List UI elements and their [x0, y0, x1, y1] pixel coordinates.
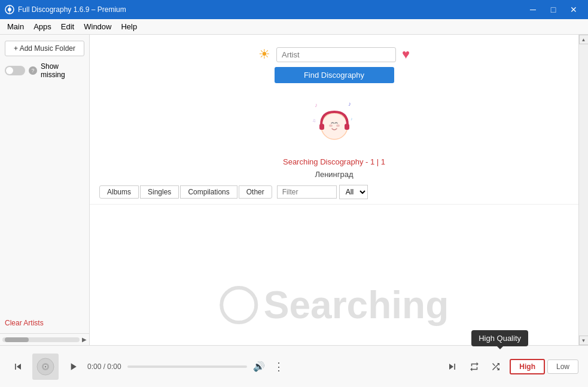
find-discography-button[interactable]: Find Discography	[275, 67, 394, 83]
toggle-knob	[6, 67, 13, 74]
player-bar: 0:00 / 0:00 🔊 ⋮ High Low High Quality	[0, 345, 588, 387]
more-options-button[interactable]: ⋮	[271, 358, 287, 376]
content-scroll: Searching	[90, 205, 578, 345]
player-prev-button[interactable]	[10, 358, 26, 375]
menu-help[interactable]: Help	[116, 20, 142, 33]
sun-icon: ☀	[258, 47, 270, 62]
volume-icon[interactable]: 🔊	[253, 361, 265, 372]
close-button[interactable]: ✕	[564, 2, 583, 17]
svg-point-9	[336, 124, 340, 127]
album-art	[32, 354, 59, 380]
app-title: Full Discography 1.6.9 – Premium	[18, 5, 126, 14]
svg-point-5	[321, 113, 348, 139]
clear-artists-button[interactable]: Clear Artists	[0, 313, 89, 333]
disc-icon	[36, 357, 55, 376]
menu-bar: Main Apps Edit Window Help	[0, 19, 588, 35]
content-area: ☀ ♥ Find Discography ♪ ♪	[90, 35, 578, 345]
search-icons-row: ☀ ♥	[258, 47, 410, 62]
scroll-down-arrow[interactable]: ▼	[579, 336, 589, 345]
tab-other[interactable]: Other	[239, 185, 272, 199]
svg-text:♪: ♪	[315, 102, 318, 108]
quality-high-button[interactable]: High	[510, 359, 545, 374]
artist-name-display: Ленинград	[90, 169, 578, 180]
quality-buttons: High Low	[510, 359, 578, 374]
menu-main[interactable]: Main	[2, 20, 29, 33]
menu-window[interactable]: Window	[79, 20, 116, 33]
tab-albums[interactable]: Albums	[99, 185, 139, 199]
svg-text:♫: ♫	[312, 118, 316, 123]
progress-bar[interactable]	[127, 365, 247, 368]
scroll-up-arrow[interactable]: ▲	[579, 35, 589, 44]
searching-large-text: Searching	[220, 283, 449, 327]
search-form: ☀ ♥ Find Discography	[90, 35, 578, 89]
filter-select[interactable]: All	[339, 185, 368, 199]
search-circle-icon	[220, 286, 258, 324]
add-music-folder-button[interactable]: + Add Music Folder	[5, 41, 84, 56]
sidebar-scroll-right-arrow[interactable]: ▶	[82, 336, 87, 343]
player-next-button[interactable]	[444, 358, 461, 375]
svg-text:♪: ♪	[351, 117, 353, 121]
svg-rect-7	[345, 124, 349, 130]
tab-compilations[interactable]: Compilations	[180, 185, 237, 199]
svg-rect-6	[319, 124, 324, 130]
show-missing-toggle[interactable]	[5, 66, 25, 75]
artist-input[interactable]	[276, 47, 396, 62]
sidebar: + Add Music Folder ? Show missing Clear …	[0, 35, 90, 345]
menu-edit[interactable]: Edit	[56, 20, 79, 33]
sidebar-scroll-track[interactable]	[2, 337, 80, 342]
quality-low-button[interactable]: Low	[547, 359, 578, 374]
heart-icon: ♥	[402, 47, 410, 62]
player-loop-button[interactable]	[467, 359, 482, 374]
main-layout: + Add Music Folder ? Show missing Clear …	[0, 35, 588, 345]
show-missing-label: Show missing	[41, 62, 84, 79]
title-bar: Full Discography 1.6.9 – Premium ─ □ ✕	[0, 0, 588, 19]
maximize-button[interactable]: □	[544, 2, 563, 17]
player-shuffle-button[interactable]	[488, 359, 504, 374]
searching-status: Searching Discography - 1 | 1	[90, 155, 578, 169]
scroll-track[interactable]	[579, 44, 588, 336]
player-time: 0:00 / 0:00	[87, 362, 121, 371]
menu-apps[interactable]: Apps	[29, 20, 56, 33]
tab-bar: Albums Singles Compilations Other All	[90, 180, 578, 205]
svg-text:♪: ♪	[348, 100, 351, 107]
tab-singles[interactable]: Singles	[140, 185, 179, 199]
mascot-image: ♪ ♪ ♫	[307, 95, 361, 149]
mascot-area: ♪ ♪ ♫	[90, 89, 578, 155]
help-icon[interactable]: ?	[29, 66, 37, 75]
sidebar-scrollbar[interactable]: ▶	[0, 333, 89, 345]
quality-tooltip: High Quality	[471, 330, 528, 346]
window-controls: ─ □ ✕	[523, 2, 583, 17]
app-icon	[5, 5, 14, 14]
right-scrollbar: ▲ ▼	[578, 35, 588, 345]
sidebar-scroll-thumb	[5, 337, 29, 342]
svg-point-15	[45, 365, 47, 367]
minimize-button[interactable]: ─	[523, 2, 543, 17]
sidebar-middle	[0, 85, 89, 313]
player-play-button[interactable]	[65, 358, 81, 375]
filter-input[interactable]	[277, 185, 337, 199]
svg-point-8	[329, 124, 333, 127]
